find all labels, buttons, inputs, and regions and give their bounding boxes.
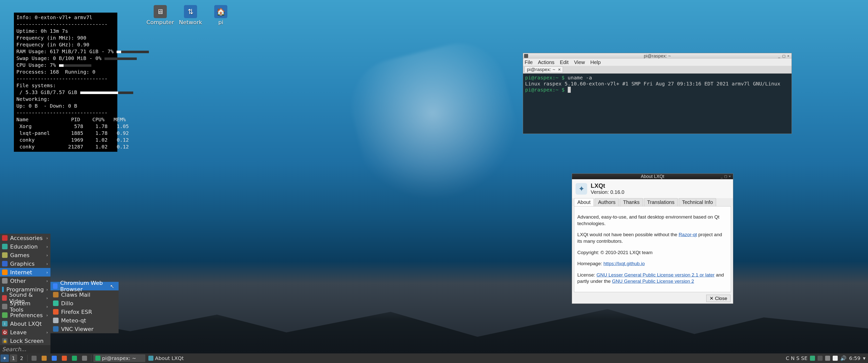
tab-about[interactable]: About (574, 198, 594, 206)
education-icon (2, 244, 7, 249)
workspace-2[interactable]: 2 (18, 355, 26, 362)
quicklaunch-firefox[interactable] (60, 355, 69, 362)
submenu-chromium[interactable]: Chromium Web Browser (51, 282, 119, 290)
terminal-body[interactable]: pi@raspex:~ $ uname -a Linux raspex 5.10… (523, 74, 792, 134)
games-icon (2, 252, 7, 258)
close-button[interactable]: ✕ Close (706, 295, 731, 302)
network-icon: ⇅ (184, 5, 197, 18)
separator (27, 355, 28, 362)
system-tray: C N S SE 🔊 6:59 ▾ (786, 355, 868, 361)
terminal-tab[interactable]: pi@raspex: ~ × (525, 66, 563, 73)
maximize-button[interactable]: ▢ (781, 54, 786, 58)
window-titlebar[interactable]: About LXQt _ ▢ × (572, 174, 733, 179)
menu-leave[interactable]: ⏻Leave› (0, 328, 51, 336)
tab-close-icon[interactable]: × (558, 67, 561, 72)
quicklaunch-files[interactable] (40, 355, 49, 362)
close-button[interactable]: × (786, 54, 790, 58)
volume-icon[interactable]: 🔊 (840, 355, 846, 361)
gpl-link[interactable]: GNU General Public License version 2 (612, 278, 694, 284)
home-icon: 🏠 (214, 5, 227, 18)
submenu-meteo-qt[interactable]: Meteo-qt (51, 316, 119, 325)
firefox-icon (62, 356, 67, 361)
minimize-button[interactable]: _ (777, 54, 781, 58)
about-lxqt-dialog[interactable]: About LXQt _ ▢ × ✦ LXQt Version: 0.16.0 … (572, 173, 733, 304)
tab-thanks[interactable]: Thanks (620, 198, 643, 206)
qterminal-window[interactable]: pi@raspex: ~ _ ▢ × File Actions Edit Vie… (523, 53, 792, 134)
menu-system-tools[interactable]: System Tools› (0, 302, 51, 311)
desktop-icon-pi-home[interactable]: 🏠 pi (207, 5, 235, 26)
internet-icon (2, 269, 7, 275)
menu-games[interactable]: Games› (0, 251, 51, 259)
about-header: ✦ LXQt Version: 0.16.0 (572, 179, 733, 198)
info-icon (148, 356, 153, 361)
tray-removable-icon[interactable] (817, 356, 823, 361)
menu-actions[interactable]: Actions (538, 60, 555, 65)
chevron-right-icon: › (46, 236, 48, 240)
chevron-right-icon: › (46, 313, 48, 318)
chevron-right-icon: › (46, 330, 48, 335)
keyboard-indicator[interactable]: C N S SE (786, 355, 807, 361)
menu-internet[interactable]: Internet› (0, 268, 51, 276)
app-menu-button[interactable]: ✦ (0, 355, 9, 362)
mouse-cursor: ↖ (110, 283, 114, 289)
chevron-right-icon: › (46, 278, 48, 283)
quicklaunch-terminal[interactable] (70, 355, 79, 362)
file-manager-icon (42, 356, 47, 361)
task-qterminal[interactable]: pi@raspex: ~ (93, 355, 145, 362)
workspace-1[interactable]: 1 (10, 355, 17, 362)
menu-other[interactable]: Other› (0, 276, 51, 285)
hummingbird-icon: ✦ (2, 355, 7, 361)
tray-network-icon[interactable] (833, 356, 838, 361)
claws-mail-icon (53, 292, 59, 297)
chevron-right-icon: › (46, 287, 48, 292)
system-tools-icon (2, 304, 7, 309)
show-desktop-button[interactable] (30, 355, 39, 362)
notifications-icon[interactable]: ▾ (863, 355, 866, 361)
quicklaunch-browser[interactable] (50, 355, 59, 362)
gear-icon (82, 356, 87, 361)
window-titlebar[interactable]: pi@raspex: ~ _ ▢ × (523, 53, 792, 59)
menu-lock-screen[interactable]: 🔒Lock Screen (0, 336, 51, 345)
menu-about-lxqt[interactable]: iAbout LXQt (0, 319, 51, 328)
tray-clipboard-icon[interactable] (825, 356, 830, 361)
tab-technical-info[interactable]: Technical Info (679, 198, 716, 206)
terminal-icon (95, 356, 100, 361)
lxqt-panel: ✦ 1 2 pi@raspex: ~ About LXQt C N S SE 🔊… (0, 354, 868, 363)
quicklaunch-settings[interactable] (80, 355, 89, 362)
tray-icon[interactable] (810, 356, 815, 361)
leave-icon: ⏻ (2, 329, 7, 335)
homepage-link[interactable]: https://lxqt.github.io (603, 261, 645, 266)
lock-icon: 🔒 (2, 338, 7, 343)
terminal-menubar: File Actions Edit View Help (523, 59, 792, 66)
wallpaper-k-emblem (342, 34, 531, 223)
menu-view[interactable]: View (574, 60, 585, 65)
task-about-lxqt[interactable]: About LXQt (146, 355, 198, 362)
desktop-icon-computer[interactable]: 🖥 Computer (146, 5, 174, 26)
menu-education[interactable]: Education› (0, 242, 51, 251)
lgpl-link[interactable]: GNU Lesser General Public License versio… (596, 272, 715, 277)
desktop-icon-network[interactable]: ⇅ Network (177, 5, 205, 26)
about-tabs: About Authors Thanks Translations Techni… (572, 198, 733, 206)
about-name: LXQt (591, 182, 624, 189)
menu-accessories[interactable]: Accessories› (0, 234, 51, 242)
razor-qt-link[interactable]: Razor-qt (679, 232, 697, 237)
submenu-dillo[interactable]: Dillo (51, 299, 119, 307)
about-footer: ✕ Close (572, 293, 733, 303)
tab-translations[interactable]: Translations (644, 198, 678, 206)
menu-edit[interactable]: Edit (560, 60, 568, 65)
menu-help[interactable]: Help (590, 60, 600, 65)
app-menu: Accessories› Education› Games› Graphics›… (0, 234, 51, 354)
tab-authors[interactable]: Authors (595, 198, 619, 206)
menu-graphics[interactable]: Graphics› (0, 259, 51, 268)
chevron-right-icon: › (46, 244, 48, 249)
app-submenu-internet: Chromium Web Browser Claws Mail Dillo Fi… (51, 282, 119, 333)
menu-search[interactable]: Search... (0, 345, 51, 354)
clock[interactable]: 6:59 (849, 355, 861, 361)
close-button[interactable]: × (727, 174, 732, 179)
app-icon (524, 54, 528, 58)
terminal-cursor (568, 87, 571, 93)
submenu-firefox[interactable]: Firefox ESR (51, 307, 119, 316)
submenu-vnc-viewer[interactable]: VNC Viewer (51, 325, 119, 333)
meteo-icon (53, 318, 59, 323)
menu-file[interactable]: File (525, 60, 533, 65)
